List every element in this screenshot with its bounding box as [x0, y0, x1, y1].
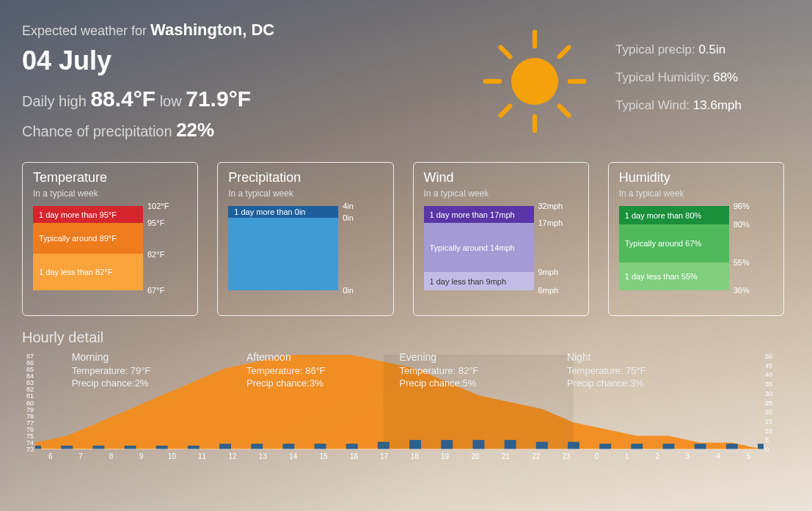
card-humidity: Humidity In a typical week 1 day more th… — [608, 162, 784, 316]
low-value: 71.9°F — [186, 87, 251, 111]
svg-rect-30 — [663, 444, 675, 449]
period-temp: Temperature: 79°F — [72, 364, 151, 378]
card-temperature: Temperature In a typical week 1 day more… — [22, 162, 198, 316]
svg-line-6 — [560, 106, 569, 115]
svg-rect-14 — [156, 446, 168, 449]
range-high: 1 day more than 0in — [228, 206, 338, 218]
card-title: Precipitation — [228, 170, 382, 185]
card-title: Humidity — [619, 170, 773, 185]
svg-rect-13 — [125, 446, 136, 449]
range-high: 1 day more than 80% — [619, 206, 729, 224]
svg-rect-26 — [536, 442, 548, 449]
typ-precip-value: 0.5in — [698, 43, 725, 56]
tick: 96% — [734, 202, 750, 210]
header-prefix: Expected weather for — [22, 23, 150, 38]
range-typical: Typically around 14mph — [424, 223, 534, 272]
tick: 4in — [343, 202, 354, 210]
tick: 82°F — [147, 250, 164, 259]
svg-rect-23 — [441, 440, 453, 449]
svg-rect-27 — [568, 442, 579, 449]
card-precipitation: Precipitation In a typical week 1 day mo… — [217, 162, 393, 316]
tick: 55% — [734, 258, 750, 267]
svg-line-5 — [501, 47, 511, 56]
card-subtitle: In a typical week — [228, 188, 382, 199]
precip-chance-value: 22% — [176, 119, 214, 141]
tick: 17mph — [538, 218, 563, 227]
svg-rect-20 — [346, 444, 358, 449]
period-evening: Evening — [400, 350, 479, 364]
range-low: 1 day less than 82°F — [33, 254, 143, 290]
period-precip: Precip chance:2% — [72, 377, 151, 390]
tick: 95°F — [147, 218, 164, 227]
typ-precip-label: Typical precip: — [615, 43, 698, 56]
period-precip: Precip chance:3% — [567, 377, 646, 390]
period-temp: Temperature: 82°F — [400, 364, 479, 378]
svg-rect-12 — [92, 446, 104, 449]
tick: 0in — [343, 286, 354, 295]
card-subtitle: In a typical week — [424, 188, 578, 199]
card-wind: Wind In a typical week 1 day more than 1… — [413, 162, 589, 316]
sun-icon — [454, 21, 615, 141]
svg-rect-21 — [378, 442, 389, 449]
card-subtitle: In a typical week — [33, 188, 187, 199]
card-title: Temperature — [33, 170, 187, 185]
svg-rect-17 — [251, 444, 263, 449]
location: Washington, DC — [150, 21, 274, 39]
svg-line-8 — [560, 47, 569, 56]
range-high: 1 day more than 95°F — [33, 206, 143, 223]
tick: 0in — [343, 213, 354, 222]
svg-rect-28 — [599, 444, 611, 449]
hourly-title: Hourly detail — [22, 329, 784, 346]
svg-rect-19 — [315, 444, 326, 449]
svg-rect-18 — [282, 444, 294, 449]
typ-wind-value: 13.6mph — [693, 98, 742, 112]
svg-rect-29 — [631, 444, 643, 449]
svg-rect-24 — [472, 440, 484, 449]
tick: 80% — [734, 220, 750, 229]
svg-rect-31 — [695, 444, 706, 449]
card-title: Wind — [424, 170, 578, 185]
range-typical: Typically around 89°F — [33, 223, 143, 254]
precip-chance-label: Chance of precipitation — [22, 123, 176, 139]
svg-rect-10 — [35, 446, 41, 449]
range-high: 1 day more than 17mph — [424, 206, 534, 223]
typ-wind-label: Typical Wind: — [615, 98, 693, 112]
period-afternoon: Afternoon — [246, 350, 326, 364]
svg-point-0 — [511, 58, 558, 105]
typ-humidity-label: Typical Humidity: — [615, 70, 713, 84]
typ-humidity-value: 68% — [713, 70, 738, 84]
period-precip: Precip chance:5% — [400, 377, 479, 390]
tick: 32mph — [538, 202, 563, 210]
tick: 36% — [734, 286, 750, 295]
typical-stats: Typical precip: 0.5in Typical Humidity: … — [615, 21, 784, 141]
svg-rect-32 — [726, 444, 738, 449]
svg-line-7 — [501, 106, 511, 115]
range-low: 1 day less than 55% — [619, 262, 729, 290]
hourly-section: Hourly detail 87868584838281807978777675… — [22, 329, 784, 464]
tick: 6mph — [538, 286, 559, 295]
range-low: 1 day less than 9mph — [424, 272, 534, 290]
tick: 67°F — [147, 286, 164, 295]
svg-rect-33 — [758, 444, 764, 449]
svg-rect-22 — [409, 440, 421, 449]
date: 04 July — [22, 45, 454, 76]
header: Expected weather for Washington, DC 04 J… — [22, 21, 784, 141]
low-label: low — [160, 93, 186, 109]
high-label: Daily high — [22, 93, 90, 109]
card-subtitle: In a typical week — [619, 188, 773, 199]
svg-rect-15 — [188, 446, 200, 449]
svg-rect-11 — [61, 446, 73, 449]
tick: 9mph — [538, 268, 559, 276]
svg-rect-25 — [505, 440, 516, 449]
hourly-chart: 878685848382818079787776757473 504540353… — [35, 350, 764, 464]
high-value: 88.4°F — [90, 87, 156, 111]
period-night: Night — [567, 350, 646, 364]
tick: 102°F — [147, 202, 169, 210]
period-morning: Morning — [72, 350, 151, 364]
period-temp: Temperature: 86°F — [246, 364, 326, 378]
range-typical: Typically around 67% — [619, 224, 729, 262]
range-body — [228, 218, 338, 290]
period-temp: Temperature: 75°F — [567, 364, 646, 378]
period-precip: Precip chance:3% — [246, 377, 326, 390]
svg-rect-16 — [219, 444, 231, 449]
